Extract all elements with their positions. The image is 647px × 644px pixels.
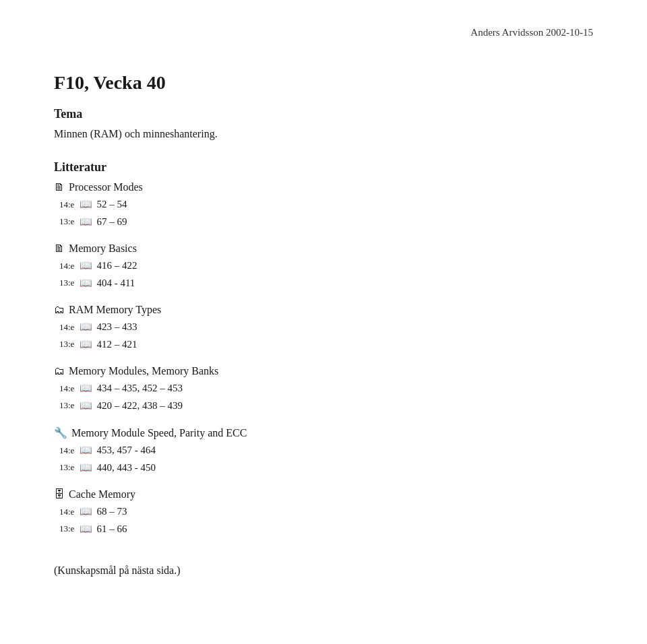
lit-title-memory-modules: Memory Modules, Memory Banks (69, 365, 218, 377)
pages-processor-13: 67 – 69 (96, 214, 127, 231)
pages-ram-13: 412 – 421 (96, 336, 137, 354)
lit-entry-cache-13: 13:e 📖 61 – 66 (59, 521, 593, 538)
author-date-label: Anders Arvidsson 2002-10-15 (470, 27, 593, 38)
edition-14-modules: 14:e (59, 381, 74, 396)
lit-title-memory-basics: Memory Basics (69, 243, 137, 255)
pages-cache-13: 61 – 66 (96, 521, 127, 538)
lit-entry-speed-13: 13:e 📖 440, 443 - 450 (59, 459, 593, 477)
lit-entry-modules-13: 13:e 📖 420 – 422, 438 – 439 (59, 397, 593, 415)
tema-text: Minnen (RAM) och minneshantering. (54, 128, 593, 140)
folder-icon-ram: 🗂 (54, 304, 65, 316)
edition-13-cache: 13:e (59, 521, 74, 536)
lit-group-title-memory-speed: 🔧 Memory Module Speed, Parity and ECC (54, 426, 593, 439)
book-icon-cache-13: 📖 (80, 521, 92, 538)
book-icon-memory-basics-14: 📖 (80, 257, 92, 275)
lit-group-cache-memory: 🗄 Cache Memory 14:e 📖 68 – 73 13:e 📖 61 … (54, 488, 593, 538)
book-icon-memory-basics-13: 📖 (80, 275, 92, 292)
lit-entry-memory-basics-13: 13:e 📖 404 - 411 (59, 275, 593, 292)
lit-title-cache-memory: Cache Memory (69, 488, 135, 501)
book-icon-processor-14: 📖 (80, 196, 92, 214)
pages-modules-13: 420 – 422, 438 – 439 (96, 397, 183, 415)
pages-processor-14: 52 – 54 (96, 196, 127, 214)
lit-group-title-processor-modes: 🗎 Processor Modes (54, 181, 593, 193)
lit-title-processor-modes: Processor Modes (69, 181, 143, 193)
document-icon-processor: 🗎 (54, 181, 65, 193)
book-icon-speed-14: 📖 (80, 442, 92, 459)
book-icon-modules-13: 📖 (80, 397, 92, 415)
book-icon-ram-14: 📖 (80, 319, 92, 336)
book-icon-speed-13: 📖 (80, 459, 92, 477)
tema-heading: Tema (54, 107, 593, 121)
lit-entry-cache-14: 14:e 📖 68 – 73 (59, 503, 593, 521)
lit-group-memory-modules: 🗂 Memory Modules, Memory Banks 14:e 📖 43… (54, 365, 593, 414)
pages-speed-14: 453, 457 - 464 (96, 442, 156, 459)
book-icon-ram-13: 📖 (80, 336, 92, 354)
edition-13-processor: 13:e (59, 214, 74, 229)
pages-speed-13: 440, 443 - 450 (96, 459, 156, 477)
lit-group-title-memory-modules: 🗂 Memory Modules, Memory Banks (54, 365, 593, 377)
lit-title-memory-speed: Memory Module Speed, Parity and ECC (71, 427, 247, 439)
wrench-icon-speed: 🔧 (54, 426, 67, 439)
litteratur-heading: Litteratur (54, 160, 593, 174)
pages-memory-basics-13: 404 - 411 (96, 275, 135, 292)
edition-13-ram: 13:e (59, 337, 74, 352)
lit-entry-processor-14: 14:e 📖 52 – 54 (59, 196, 593, 214)
lit-entry-memory-basics-14: 14:e 📖 416 – 422 (59, 257, 593, 275)
litteratur-section: 🗎 Processor Modes 14:e 📖 52 – 54 13:e 📖 … (54, 181, 593, 538)
lit-group-memory-basics: 🗎 Memory Basics 14:e 📖 416 – 422 13:e 📖 … (54, 243, 593, 292)
lit-group-title-cache-memory: 🗄 Cache Memory (54, 488, 593, 501)
edition-13-modules: 13:e (59, 398, 74, 413)
lit-group-title-memory-basics: 🗎 Memory Basics (54, 243, 593, 255)
lit-entry-ram-13: 13:e 📖 412 – 421 (59, 336, 593, 354)
edition-14-cache: 14:e (59, 505, 74, 519)
lit-entry-processor-13: 13:e 📖 67 – 69 (59, 214, 593, 231)
book-icon-modules-14: 📖 (80, 380, 92, 397)
folder-icon-modules: 🗂 (54, 365, 65, 377)
main-title: F10, Vecka 40 (54, 72, 593, 94)
book-icon-processor-13: 📖 (80, 214, 92, 231)
cabinet-icon-cache: 🗄 (54, 488, 65, 501)
page-header: Anders Arvidsson 2002-10-15 (54, 27, 593, 38)
lit-entry-speed-14: 14:e 📖 453, 457 - 464 (59, 442, 593, 459)
pages-ram-14: 423 – 433 (96, 319, 137, 336)
pages-memory-basics-14: 416 – 422 (96, 257, 137, 275)
edition-14-memory-basics: 14:e (59, 259, 74, 273)
lit-group-memory-speed: 🔧 Memory Module Speed, Parity and ECC 14… (54, 426, 593, 476)
lit-group-processor-modes: 🗎 Processor Modes 14:e 📖 52 – 54 13:e 📖 … (54, 181, 593, 230)
document-icon-memory-basics: 🗎 (54, 243, 65, 255)
pages-modules-14: 434 – 435, 452 – 453 (96, 380, 183, 397)
edition-13-speed: 13:e (59, 460, 74, 475)
book-icon-cache-14: 📖 (80, 503, 92, 521)
lit-title-ram-memory-types: RAM Memory Types (69, 304, 161, 316)
edition-13-memory-basics: 13:e (59, 276, 74, 290)
edition-14-speed: 14:e (59, 443, 74, 458)
lit-entry-ram-14: 14:e 📖 423 – 433 (59, 319, 593, 336)
lit-group-ram-memory-types: 🗂 RAM Memory Types 14:e 📖 423 – 433 13:e… (54, 304, 593, 353)
lit-group-title-ram-memory-types: 🗂 RAM Memory Types (54, 304, 593, 316)
edition-14-processor: 14:e (59, 197, 74, 212)
pages-cache-14: 68 – 73 (96, 503, 127, 521)
footer-note: (Kunskapsmål på nästa sida.) (54, 565, 593, 577)
edition-14-ram: 14:e (59, 320, 74, 335)
lit-entry-modules-14: 14:e 📖 434 – 435, 452 – 453 (59, 380, 593, 397)
